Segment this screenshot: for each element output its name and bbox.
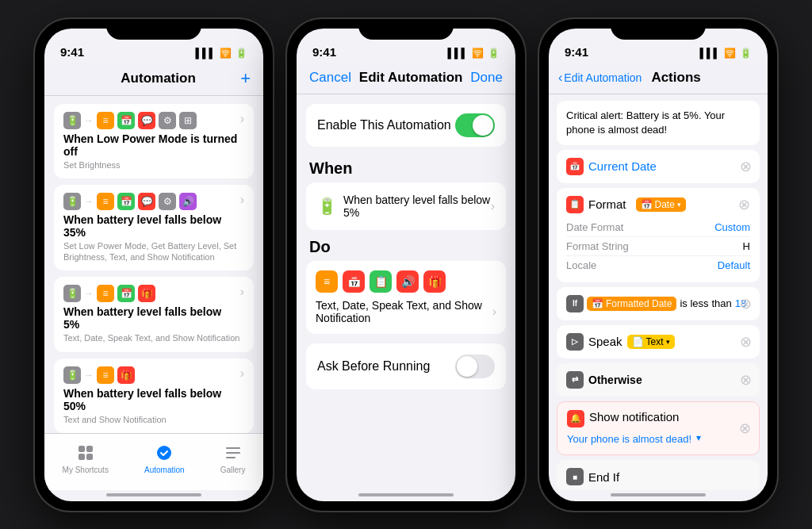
remove-if-button[interactable]: ⊗ <box>740 295 752 312</box>
battery-icon: 🔋 <box>488 48 500 59</box>
speak-title: Speak <box>588 335 622 348</box>
notification-text[interactable]: Your phone is almost dead! <box>567 432 691 447</box>
automation-list: 🔋 → ≡ 📅 💬 ⚙ ⊞ When Low Power Mode is tur… <box>44 96 263 433</box>
remove-format-button[interactable]: ⊗ <box>738 196 750 213</box>
add-automation-button[interactable]: + <box>240 70 251 87</box>
grid-icon: ⊞ <box>179 112 197 129</box>
list-item[interactable]: 🔋 → ≡ 📅 💬 ⚙ ⊞ When Low Power Mode is tur… <box>54 104 254 178</box>
notch-2 <box>358 19 454 40</box>
chevron-left-icon: ‹ <box>558 71 562 85</box>
auto-title-4: When battery level falls below 50% <box>63 387 240 412</box>
back-button[interactable]: ‹ Edit Automation <box>558 71 642 85</box>
format-icon: 📋 <box>566 196 584 213</box>
if-card[interactable]: If 📅 Formatted Date is less than 18 ⊗ <box>557 287 760 320</box>
list-item[interactable]: 🔋 → ≡ 📅 💬 ⚙ 🔊 When battery level falls b… <box>54 185 254 271</box>
date-format-value[interactable]: Custom <box>714 221 750 233</box>
gear-icon: ⚙ <box>159 112 176 129</box>
message-icon: 💬 <box>138 112 155 129</box>
end-if-card: ■ End If <box>557 460 760 489</box>
tab-automation-label: Automation <box>144 466 185 474</box>
calendar-icon: 📅 <box>117 285 135 302</box>
phones-container: 9:41 ▌▌▌ 🛜 🔋 Automation + <box>35 19 777 511</box>
locale-value[interactable]: Default <box>718 259 750 271</box>
phone-3: 9:41 ▌▌▌ 🛜 🔋 ‹ Edit Automation Actions C… <box>539 19 777 511</box>
ask-toggle[interactable] <box>455 355 495 378</box>
arrow-icon: → <box>84 196 94 207</box>
signal-icon: ▌▌▌ <box>447 48 468 59</box>
show-notification-card[interactable]: 🔔 Show notification Your phone is almost… <box>557 401 760 455</box>
page-title-1: Automation <box>121 71 195 86</box>
calendar-icon: 📋 <box>370 270 392 293</box>
gift-icon: 🎁 <box>138 285 155 302</box>
chevron-right-icon: › <box>240 366 244 381</box>
chevron-right-icon: › <box>240 193 244 207</box>
do-icons-row: ≡ 📅 📋 🔊 🎁 <box>316 270 496 293</box>
format-string-value[interactable]: H <box>743 240 750 252</box>
remove-notification-button[interactable]: ⊗ <box>739 420 751 437</box>
list-icon: ≡ <box>97 285 114 302</box>
format-date-badge[interactable]: 📅 Date ▾ <box>636 197 686 212</box>
gallery-tab-icon <box>223 443 243 463</box>
enable-toggle[interactable] <box>455 113 495 137</box>
phone-2: 9:41 ▌▌▌ 🛜 🔋 Cancel Edit Automation Done… <box>287 19 525 511</box>
arrow-icon: → <box>84 370 94 381</box>
when-left: 🔋 When battery level falls below 5% <box>317 194 491 219</box>
critical-alert: Critical alert: Battery is at 5%. Your p… <box>557 101 760 145</box>
than-text: than <box>712 297 732 309</box>
tab-automation[interactable]: Automation <box>144 443 185 474</box>
when-trigger-row[interactable]: 🔋 When battery level falls below 5% › <box>306 182 506 230</box>
format-card[interactable]: 📋 Format 📅 Date ▾ ⊗ Date Format Cus <box>557 188 760 282</box>
list-item[interactable]: 🔋 → ≡ 🎁 When battery level falls below 5… <box>54 358 254 433</box>
icons-row: 🔋 → ≡ 📅 💬 ⚙ 🔊 <box>63 193 240 210</box>
enable-toggle-label: Enable This Automation <box>317 118 451 132</box>
notif-icon: 🎁 <box>423 270 446 293</box>
status-time-1: 9:41 <box>60 45 84 59</box>
formatted-date-badge[interactable]: 📅 Formatted Date <box>587 297 676 311</box>
ask-before-running-row: Ask Before Running <box>306 343 506 389</box>
current-date-card[interactable]: 📅 Current Date ⊗ <box>557 150 760 183</box>
formatted-date-icon: 📅 <box>592 298 603 309</box>
calendar-icon: 📅 <box>117 193 135 210</box>
tab-bar-1: My Shortcuts Automation <box>44 433 263 490</box>
calendar-icon: 📅 <box>117 112 135 129</box>
format-string-label: Format String <box>566 240 629 252</box>
auto-title-1: When Low Power Mode is turned off <box>63 132 240 158</box>
text-badge[interactable]: 📄 Text ▾ <box>627 335 675 349</box>
speak-icon: 🔊 <box>396 270 419 293</box>
chevron-right-icon: › <box>240 112 244 126</box>
when-header: When <box>297 147 515 182</box>
if-row: If 📅 Formatted Date is less than 18 <box>566 295 750 312</box>
auto-title-2: When battery level falls below 35% <box>63 213 240 239</box>
remove-otherwise-button[interactable]: ⊗ <box>740 371 752 389</box>
tab-my-shortcuts[interactable]: My Shortcuts <box>63 443 109 474</box>
otherwise-icon: ⇄ <box>566 371 584 389</box>
speaker-icon: 🔊 <box>179 193 197 210</box>
remove-button[interactable]: ⊗ <box>740 158 752 175</box>
svg-rect-3 <box>86 454 93 460</box>
speak-card[interactable]: ▷ Speak 📄 Text ▾ ⊗ <box>557 325 760 358</box>
actions-title: Actions <box>651 70 700 86</box>
tab-gallery[interactable]: Gallery <box>220 443 246 474</box>
chevron-right-icon: › <box>492 305 496 319</box>
trigger-text: When battery level falls below 5% <box>343 194 491 219</box>
remove-speak-button[interactable]: ⊗ <box>740 333 752 351</box>
status-time-2: 9:41 <box>312 45 336 59</box>
done-button[interactable]: Done <box>470 70 503 86</box>
do-section[interactable]: ≡ 📅 📋 🔊 🎁 Text, Date, Speak Text, and Sh… <box>306 261 506 334</box>
arrow-icon: → <box>84 115 94 126</box>
screen-2: 9:41 ▌▌▌ 🛜 🔋 Cancel Edit Automation Done… <box>297 29 515 501</box>
battery-icon-trigger: 🔋 <box>317 197 337 216</box>
notch-3 <box>611 19 706 40</box>
list-item[interactable]: 🔋 → ≡ 📅 🎁 When battery level falls below… <box>54 277 254 351</box>
format-title: Format <box>588 197 626 211</box>
svg-rect-1 <box>86 446 93 452</box>
battery-icon: 🔋 <box>740 48 752 59</box>
notification-icon: 🔔 <box>567 410 584 427</box>
end-if-icon: ■ <box>566 468 584 485</box>
text-icon: 📄 <box>632 336 644 347</box>
home-indicator-1 <box>106 493 201 496</box>
cancel-button[interactable]: Cancel <box>309 70 351 86</box>
current-date-row: 📅 Current Date <box>566 158 750 175</box>
status-icons-2: ▌▌▌ 🛜 🔋 <box>447 48 500 59</box>
battery-icon: 🔋 <box>63 285 81 302</box>
